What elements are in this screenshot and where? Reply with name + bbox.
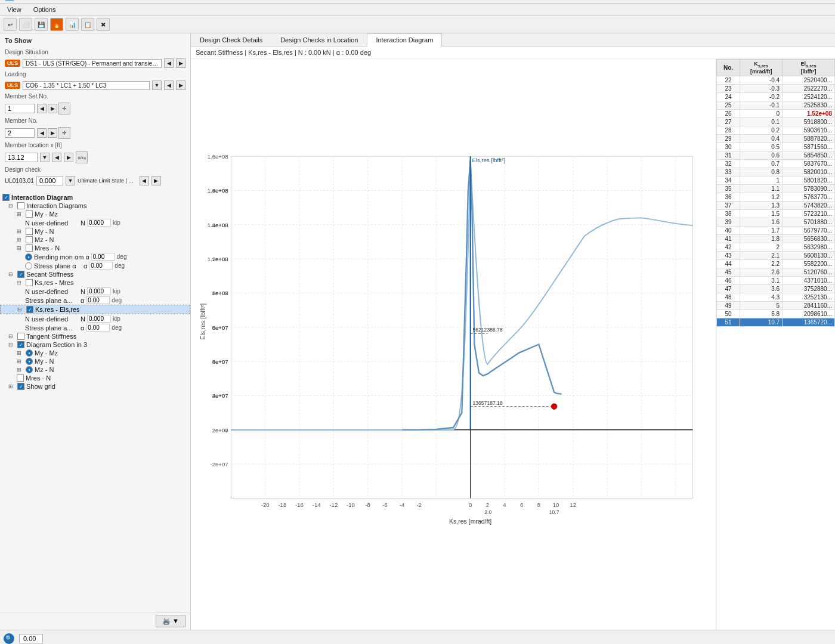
table-row[interactable]: 463.14371010... (717, 276, 835, 284)
menu-options[interactable]: Options (31, 5, 58, 14)
expand-tangent[interactable]: ⊟ (8, 333, 16, 339)
ksres-mres-cb[interactable] (26, 279, 33, 286)
member-no-prev[interactable]: ◀ (37, 128, 47, 138)
ksres-elsres-cb[interactable]: ✓ (26, 306, 33, 313)
tree-diagram-section[interactable]: ⊟ ✓ Diagram Section in 3 (0, 340, 190, 349)
table-row[interactable]: 270.15918800... (717, 117, 835, 126)
table-row[interactable]: 320.75837670... (717, 159, 835, 168)
tab-design-checks-location[interactable]: Design Checks in Location (271, 33, 367, 46)
loc-next-btn[interactable]: ▶ (64, 153, 73, 162)
table-row[interactable]: 401.75679770... (717, 226, 835, 234)
table-row[interactable]: 5110.71365720... (717, 318, 835, 326)
table-row[interactable]: 4225632980... (717, 243, 835, 251)
expand-icon-mresn[interactable]: ⊟ (17, 245, 24, 251)
expand-icon-mzn[interactable]: ⊞ (17, 237, 24, 243)
my-mz2-rb[interactable]: ● (26, 349, 33, 357)
expand-ksres-elsres[interactable]: ⊟ (17, 306, 24, 312)
n-val-1[interactable] (87, 219, 111, 227)
mz-n-cb[interactable] (26, 236, 33, 243)
tree-mres-n[interactable]: ⊟ Mres - N (0, 244, 190, 252)
table-row[interactable]: 2601.52e+08 (717, 109, 835, 117)
toolbar-btn-4[interactable]: 🔥 (50, 18, 63, 31)
dc-prev[interactable]: ◀ (140, 176, 149, 185)
table-row[interactable]: 391.65701880... (717, 218, 835, 226)
show-grid-cb[interactable]: ✓ (17, 383, 24, 390)
loading-prev-btn[interactable]: ◀ (164, 80, 174, 90)
loc-prev-btn[interactable]: ◀ (52, 153, 61, 162)
tree-ksres-mres[interactable]: ⊟ Ks,res - Mres (0, 278, 190, 287)
mres-n-cb[interactable] (26, 244, 33, 252)
member-set-next[interactable]: ▶ (48, 104, 57, 113)
menu-view[interactable]: View (5, 5, 24, 14)
loc-fraction-btn[interactable]: x/x₀ (76, 151, 88, 163)
member-set-prev[interactable]: ◀ (37, 104, 47, 113)
bending-val[interactable] (91, 253, 115, 261)
table-row[interactable]: 452.65120760... (717, 268, 835, 276)
stress-val-2[interactable] (86, 296, 110, 304)
diagram-section-cb[interactable]: ✓ (17, 341, 24, 348)
dc-next[interactable]: ▶ (151, 176, 161, 185)
toolbar-btn-1[interactable]: ↩ (4, 18, 17, 31)
table-row[interactable]: 484.33252130... (717, 293, 835, 301)
member-no-pick[interactable]: ✛ (58, 127, 70, 139)
expand-my-mz2[interactable]: ⊞ (17, 350, 24, 356)
table-row[interactable]: 3415801820... (717, 176, 835, 184)
table-row[interactable]: 330.85820010... (717, 168, 835, 176)
tree-my-n[interactable]: ⊞ My - N (0, 227, 190, 236)
ds-next-btn[interactable]: ▶ (176, 58, 185, 68)
table-row[interactable]: 280.25903610... (717, 126, 835, 134)
table-row[interactable]: 290.45887820... (717, 134, 835, 143)
my-mz-cb[interactable] (26, 210, 33, 218)
tab-design-check-details[interactable]: Design Check Details (191, 33, 271, 46)
member-loc-input[interactable] (5, 153, 38, 162)
table-row[interactable]: 351.15783090... (717, 184, 835, 193)
toolbar-btn-6[interactable]: 📋 (81, 18, 94, 31)
toolbar-btn-3[interactable]: 💾 (35, 18, 48, 31)
toolbar-btn-2[interactable]: ⬜ (19, 18, 32, 31)
tree-mres-n2[interactable]: Mres - N (0, 374, 190, 382)
expand-diagram[interactable]: ⊟ (8, 342, 16, 348)
table-row[interactable]: 24-0.22524120... (717, 92, 835, 101)
table-row[interactable]: 371.35743820... (717, 201, 835, 209)
design-check-num[interactable] (36, 176, 63, 185)
expand-icon-mymz[interactable]: ⊞ (17, 211, 24, 217)
interaction-diagram-cb[interactable]: ✓ (2, 194, 10, 201)
tree-ksres-elsres[interactable]: ⊟ ✓ Ks,res - Els,res (0, 305, 190, 314)
table-row[interactable]: 442.25582200... (717, 259, 835, 268)
table-row[interactable]: 361.25763770... (717, 193, 835, 201)
tree-my-mz[interactable]: ⊞ My - Mz (0, 210, 190, 218)
table-row[interactable]: 381.55723210... (717, 209, 835, 218)
table-row[interactable]: 506.82098610... (717, 309, 835, 318)
tree-interaction-diagrams[interactable]: ⊟ Interaction Diagrams (0, 202, 190, 210)
loading-dropdown-btn[interactable]: ▼ (152, 80, 162, 90)
bending-rb[interactable]: ● (25, 253, 32, 261)
table-row[interactable]: 310.65854850... (717, 151, 835, 159)
loc-dropdown-btn[interactable]: ▼ (40, 153, 50, 162)
tree-show-grid[interactable]: ⊞ ✓ Show grid (0, 382, 190, 391)
expand-secant[interactable]: ⊟ (8, 271, 16, 277)
tree-mz-n2[interactable]: ⊞ ● Mz - N (0, 366, 190, 374)
expand-icon-myn[interactable]: ⊞ (17, 228, 24, 234)
my-n-cb[interactable] (26, 228, 33, 235)
my-n2-rb[interactable]: ● (26, 358, 33, 365)
loading-next-btn[interactable]: ▶ (176, 80, 185, 90)
tree-mz-n[interactable]: ⊞ Mz - N (0, 236, 190, 244)
expand-my-n2[interactable]: ⊞ (17, 358, 24, 364)
toolbar-btn-5[interactable]: 📊 (66, 18, 79, 31)
toolbar-btn-7[interactable]: ✖ (97, 18, 110, 31)
print-button[interactable]: 🖨️ ▼ (156, 615, 185, 627)
status-search-icon[interactable]: 🔍 (4, 633, 14, 644)
table-row[interactable]: 23-0.32522270... (717, 84, 835, 92)
expand-show-grid[interactable]: ⊞ (8, 383, 16, 389)
stress-val-1[interactable] (89, 262, 113, 270)
tree-my-mz2[interactable]: ⊞ ● My - Mz (0, 349, 190, 357)
expand-mz-n2[interactable]: ⊞ (17, 367, 24, 373)
member-no-input[interactable] (5, 128, 35, 138)
dc-dropdown[interactable]: ▼ (66, 176, 75, 185)
table-row[interactable]: 300.55871560... (717, 143, 835, 151)
expand-ksres-mres[interactable]: ⊟ (17, 280, 24, 286)
tree-interaction-diagram[interactable]: ✓ Interaction Diagram (0, 193, 190, 202)
ds-prev-btn[interactable]: ◀ (164, 58, 174, 68)
n-val-3[interactable] (87, 315, 111, 323)
expand-icon-1[interactable]: ⊟ (8, 203, 16, 209)
